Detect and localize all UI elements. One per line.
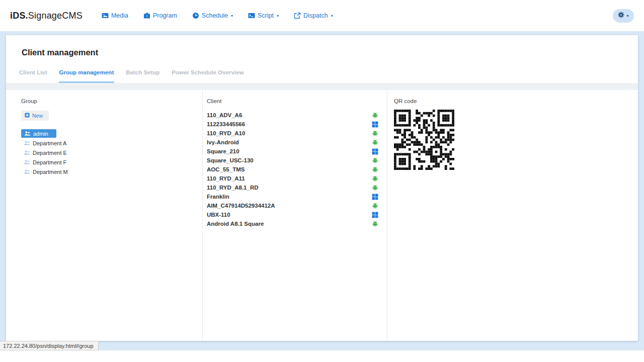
schedule-icon (192, 12, 199, 19)
client-row[interactable]: Square_210 (207, 147, 378, 156)
android-icon (372, 185, 378, 191)
client-name: 110_RYD_A8.1_RD (207, 185, 259, 191)
client-row[interactable]: AOC_55_TMS (207, 165, 378, 174)
tab-group-management[interactable]: Group management (59, 69, 115, 83)
client-row[interactable]: Franklin (207, 192, 378, 201)
client-name: Square_210 (207, 148, 239, 154)
tab-batch-setup[interactable]: Batch Setup (125, 69, 160, 83)
group-tree-item[interactable]: Department E (24, 148, 67, 157)
plus-icon (25, 113, 30, 119)
android-icon (372, 203, 378, 209)
client-row[interactable]: UBX-110 (207, 210, 378, 219)
gear-icon (618, 12, 624, 20)
status-url-tooltip: 172.22.24.80/psn/display.html#group (0, 341, 99, 350)
client-management-card: Client management Client ListGroup manag… (6, 35, 638, 341)
logo-bold: iDS. (10, 11, 28, 21)
chevron-down-icon: ▾ (331, 14, 333, 18)
client-name: AOC_55_TMS (207, 166, 245, 172)
tab-client-list[interactable]: Client List (19, 69, 48, 83)
windows-icon (372, 121, 378, 128)
android-icon (372, 112, 378, 119)
new-group-label: New (32, 113, 43, 119)
users-icon (24, 149, 30, 156)
client-name: AIM_C47914D52934412A (207, 203, 275, 209)
client-name: Android A8.1 Square (207, 221, 264, 227)
client-name: 112233445566 (207, 121, 245, 127)
android-icon (372, 166, 378, 173)
windows-icon (372, 148, 378, 155)
logo-rest: SignageCMS (28, 11, 83, 21)
android-icon (372, 157, 378, 164)
chevron-down-icon: ▾ (231, 14, 233, 18)
client-row[interactable]: 110_RYD_A10 (207, 129, 378, 138)
main-nav: Media Program Schedule ▾ Script ▾ Dispat… (102, 12, 333, 19)
nav-item-dispatch[interactable]: Dispatch ▾ (294, 12, 333, 19)
tab-power-schedule-overview[interactable]: Power Schedule Overview (171, 69, 244, 83)
new-group-button[interactable]: New (21, 111, 49, 121)
group-name: Department E (33, 150, 67, 156)
nav-item-media[interactable]: Media (102, 12, 128, 19)
client-row[interactable]: AIM_C47914D52934412A (207, 201, 378, 210)
qr-panel: QR code (387, 90, 638, 341)
nav-item-script[interactable]: Script ▾ (248, 12, 279, 19)
client-name: 110_ADV_A6 (207, 112, 242, 118)
nav-item-label: Media (111, 12, 128, 19)
windows-icon (372, 194, 378, 200)
client-row[interactable]: 112233445566 (207, 120, 378, 129)
header-separator (6, 83, 638, 90)
client-name: 110_RYD_A11 (207, 175, 245, 182)
nav-item-schedule[interactable]: Schedule ▾ (192, 12, 233, 19)
group-tree-item[interactable]: Department M (24, 167, 68, 176)
client-row[interactable]: Ivy-Android (207, 138, 378, 147)
client-row[interactable]: Square_USC-130 (207, 156, 378, 165)
users-icon (24, 159, 30, 165)
client-name: 110_RYD_A10 (207, 130, 245, 136)
tab-bar: Client ListGroup managementBatch SetupPo… (19, 69, 625, 83)
script-icon (248, 12, 255, 19)
client-row[interactable]: 110_RYD_A11 (207, 174, 378, 183)
group-name: Department A (33, 140, 66, 146)
users-icon (24, 168, 30, 175)
windows-icon (372, 212, 378, 218)
client-panel: Client 110_ADV_A6 112233445566 110_RYD_A… (203, 90, 387, 341)
group-name: admin (33, 131, 48, 137)
content-area: Group New admin Department A Department … (6, 90, 638, 341)
users-icon (24, 140, 30, 146)
nav-item-program[interactable]: Program (143, 12, 177, 19)
dispatch-icon (294, 12, 301, 19)
page-title: Client management (22, 48, 625, 57)
chevron-down-icon: ▾ (277, 14, 279, 18)
client-row[interactable]: 110_ADV_A6 (207, 111, 378, 120)
chevron-down-icon: ▾ (626, 14, 628, 18)
app-logo: iDS.SignageCMS (10, 11, 83, 21)
qr-panel-header: QR code (394, 98, 638, 104)
android-icon (372, 139, 378, 146)
nav-item-label: Dispatch (303, 12, 328, 19)
android-icon (372, 175, 378, 182)
group-tree-item[interactable]: Department F (24, 158, 66, 166)
nav-item-label: Schedule (202, 12, 228, 19)
client-name: Ivy-Android (207, 139, 239, 145)
group-tree: admin Department A Department E Departme… (21, 129, 202, 176)
media-icon (102, 12, 109, 19)
android-icon (372, 221, 378, 227)
client-row[interactable]: Android A8.1 Square (207, 219, 378, 228)
nav-item-label: Script (258, 12, 274, 19)
client-list: 110_ADV_A6 112233445566 110_RYD_A10 Ivy-… (207, 111, 378, 228)
client-name: UBX-110 (207, 212, 230, 218)
qr-code-image (394, 110, 454, 170)
settings-button[interactable]: ▾ (613, 9, 634, 23)
client-name: Square_USC-130 (207, 157, 254, 163)
users-icon (24, 130, 31, 137)
group-panel: Group New admin Department A Department … (6, 90, 203, 341)
client-row[interactable]: 110_RYD_A8.1_RD (207, 183, 378, 192)
group-name: Department F (33, 159, 66, 165)
group-name: Department M (33, 169, 68, 175)
client-name: Franklin (207, 194, 229, 200)
program-icon (143, 12, 150, 19)
group-tree-item[interactable]: Department A (24, 139, 66, 147)
client-panel-header: Client (207, 98, 378, 104)
android-icon (372, 130, 378, 137)
group-panel-header: Group (21, 98, 202, 104)
group-tree-item[interactable]: admin (21, 129, 56, 138)
